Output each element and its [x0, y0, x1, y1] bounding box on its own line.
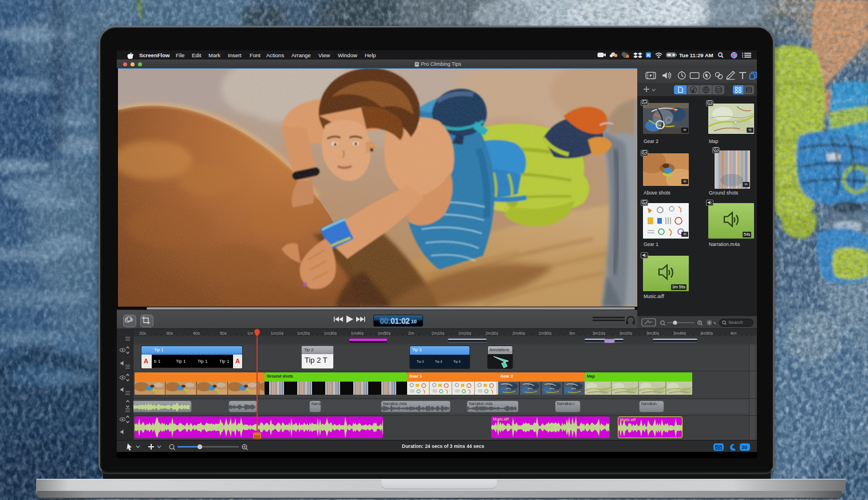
- svg-text:K: K: [647, 53, 650, 58]
- svg-text:30: 30: [741, 445, 747, 450]
